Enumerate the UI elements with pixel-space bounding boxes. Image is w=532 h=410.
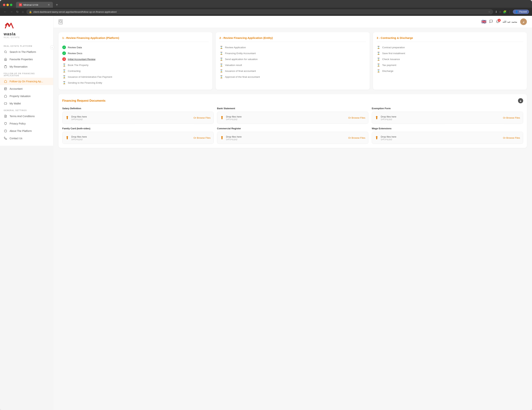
doc-4-dropzone[interactable]: ⬆ Drop files here (pdf,png,jpg) Or Brows… [217,132,368,144]
doc-1-drop-text: Drop files here [226,115,346,118]
hourglass-icon: ⌛ [219,46,223,49]
valuation-icon [4,94,7,98]
sidebar-section-settings: GENERAL SETTINGS [0,107,53,113]
step-1-item-6-label: Sending to the Financing Entity [68,81,102,84]
close-window-btn[interactable] [3,4,5,6]
topbar-search-btn[interactable] [58,19,63,24]
step-1-item-4: ⌛ Contracting [62,68,209,74]
doc-0-dropzone[interactable]: ⬆ Drop files here (pdf,png,jpg) Or Brows… [62,112,214,124]
tab-close-btn[interactable]: ✕ [48,3,50,6]
step-2-item-1-label: Financing Entity Accountant [225,52,256,55]
step-3-item-1: ⌛ Save first installment [377,50,523,56]
doc-item-2: Exemption Form ⬆ Drop files here (pdf,pn… [372,107,523,124]
svg-point-13 [59,20,62,22]
doc-2-dropzone[interactable]: ⬆ Drop files here (pdf,png,jpg) Or Brows… [372,112,523,124]
sidebar-item-valuation[interactable]: Property Valuation [0,93,53,100]
top-bar: 🇬🇧 4 محمد عبد الله م [53,16,532,28]
doc-4-drop-text: Drop files here [226,135,346,138]
step-2-item-4: ⌛ Issuance of final accountant [219,68,366,74]
bookmark-icon[interactable]: ☆ [488,10,491,13]
steps-grid: 1 - Review Financing Application (Platfo… [58,32,527,90]
sidebar-collapse-btn[interactable]: ‹ [50,45,54,49]
check-icon: ✓ [62,51,66,55]
doc-5-browse-btn[interactable]: Or Browse Files [503,136,520,139]
doc-3-drop-sub: (pdf,png,jpg) [71,138,191,140]
step-1-item-2[interactable]: ✕ Initial Accountant Review [62,56,209,62]
sidebar-item-wallet[interactable]: My Wallet [0,100,53,107]
step-3-item-3-label: Tax payment [382,64,396,67]
hourglass-icon: ⌛ [219,75,223,79]
doc-item-5: Wage Extensions ⬆ Drop files here (pdf,p… [372,127,523,144]
step-2-item-5: ⌛ Approval of the final accountant [219,74,366,80]
hourglass-icon: ⌛ [62,75,66,79]
new-tab-btn[interactable]: + [54,3,59,7]
extensions-icon[interactable]: 🧩 [503,10,507,14]
sidebar-item-valuation-label: Property Valuation [10,95,31,98]
logo-text: wasla [4,32,16,37]
notification-btn[interactable]: 4 [496,19,500,24]
download-icon[interactable]: ⬇ [495,10,497,14]
language-flag[interactable]: 🇬🇧 [481,19,486,24]
sidebar-item-search[interactable]: Search In The Platform [0,48,53,56]
sidebar-item-terms[interactable]: Terms And Conditions [0,113,53,120]
chat-icon[interactable] [489,19,493,24]
step-1-item-5: ⌛ Issuance of Administrative Fee Payment [62,74,209,80]
terms-icon [4,114,7,118]
hourglass-icon: ⌛ [377,51,380,55]
doc-2-browse-btn[interactable]: Or Browse Files [503,116,520,119]
step-2-item-2-label: Send application for valuation [225,58,257,61]
shield-icon [4,122,7,125]
sidebar-item-favourites-label: Favourite Properties [10,58,33,61]
svg-line-2 [6,52,7,53]
doc-3-dropzone[interactable]: ⬆ Drop files here (pdf,png,jpg) Or Brows… [62,132,214,144]
search-icon [4,50,7,54]
svg-rect-4 [4,88,7,90]
step-1-item-0-label: Review Data [68,46,82,49]
doc-1-browse-btn[interactable]: Or Browse Files [348,116,365,119]
doc-5-dropzone[interactable]: ⬆ Drop files here (pdf,png,jpg) Or Brows… [372,132,523,144]
address-bar[interactable]: 🔒 client-dashboard-tawny.vercel.app/dash… [26,9,493,14]
hourglass-icon: ⌛ [219,57,223,61]
hourglass-icon: ⌛ [377,69,380,73]
sidebar-item-about[interactable]: About The Platform [0,127,53,135]
doc-item-0: Salary Definition ⬆ Drop files here (pdf… [62,107,214,124]
home-btn[interactable]: ⌂ [21,10,25,14]
reload-btn[interactable]: ↻ [16,10,19,14]
doc-0-browse-btn[interactable]: Or Browse Files [194,116,210,119]
sidebar-item-privacy[interactable]: Privacy Policy [0,120,53,127]
back-btn[interactable]: ← [3,10,7,14]
maximize-window-btn[interactable] [10,4,12,6]
doc-1-dropzone[interactable]: ⬆ Drop files here (pdf,png,jpg) Or Brows… [217,112,368,124]
sidebar-item-favourites[interactable]: Favourite Properties [0,56,53,63]
sidebar-item-accountant[interactable]: Accountant [0,85,53,93]
sidebar-item-followup[interactable]: Follow-Up On Financing Ap... [0,78,53,85]
active-tab[interactable]: M Minimal UI Kit ✕ [16,2,53,8]
sidebar-item-reservation-label: My Reservation [10,65,28,68]
step-1-item-3-label: Book The Property [68,64,88,67]
docs-collapse-btn[interactable]: ▲ [518,98,523,103]
profile-avatar-small: 👤 [515,10,518,13]
profile-pill[interactable]: 👤 Paused [513,10,529,14]
doc-3-browse-btn[interactable]: Or Browse Files [194,136,210,139]
hourglass-icon: ⌛ [377,57,380,61]
user-avatar[interactable]: م [520,19,527,25]
step-1-item-6: ⌛ Sending to the Financing Entity [62,80,209,86]
upload-icon: ⬆ [220,115,224,120]
more-icon[interactable]: ⋮ [508,10,511,14]
sidebar-item-wallet-label: My Wallet [10,102,21,105]
doc-4-browse-btn[interactable]: Or Browse Files [348,136,365,139]
sidebar-item-contact[interactable]: Contact Us [0,135,53,142]
tab-title: Minimal UI Kit [23,3,38,6]
logo-area: wasla REAL ESTATE [0,19,53,43]
star-icon[interactable]: ☆ [499,10,501,14]
info-icon [4,129,7,133]
doc-item-3: Family Card (both-sides) ⬆ Drop files he… [62,127,214,144]
hourglass-icon: ⌛ [219,63,223,67]
forward-btn[interactable]: → [9,10,14,14]
step-card-2: 2 - Review Financing Application (Entity… [216,32,370,90]
step-1-title: 1 - Review Financing Application (Platfo… [62,36,209,42]
sidebar-item-accountant-label: Accountant [10,87,22,90]
home-icon [4,57,7,61]
sidebar-item-reservation[interactable]: My Reservation [0,63,53,70]
minimize-window-btn[interactable] [6,4,9,6]
